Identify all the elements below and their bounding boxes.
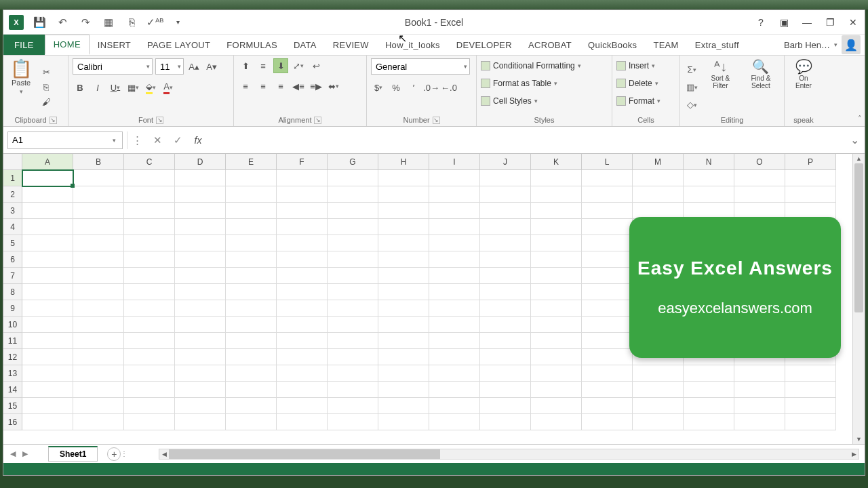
- cell[interactable]: [378, 268, 429, 284]
- cell[interactable]: [226, 251, 277, 268]
- fill-color-button[interactable]: ⬙▾: [143, 80, 158, 95]
- restore-button[interactable]: ❐: [818, 10, 842, 34]
- cell[interactable]: [429, 284, 480, 300]
- cell[interactable]: [175, 398, 226, 414]
- number-dialog-icon[interactable]: ↘: [433, 117, 440, 124]
- column-header[interactable]: C: [124, 154, 175, 170]
- cell[interactable]: [22, 398, 73, 414]
- column-header[interactable]: L: [582, 154, 633, 170]
- cell[interactable]: [378, 251, 429, 268]
- cell[interactable]: [582, 170, 633, 186]
- cell[interactable]: [226, 365, 277, 382]
- cell[interactable]: [124, 382, 175, 398]
- undo-button[interactable]: ↶: [54, 14, 71, 31]
- scroll-up-button[interactable]: ▲: [853, 154, 865, 163]
- cell[interactable]: [277, 349, 328, 365]
- select-all-corner[interactable]: [3, 154, 22, 170]
- cell[interactable]: [175, 170, 226, 186]
- column-header[interactable]: D: [175, 154, 226, 170]
- cell[interactable]: [22, 382, 73, 398]
- cell[interactable]: [124, 414, 175, 430]
- column-header[interactable]: I: [429, 154, 480, 170]
- cell[interactable]: [429, 235, 480, 251]
- cell[interactable]: [226, 398, 277, 414]
- expand-formula-bar-button[interactable]: ⌄: [850, 134, 865, 146]
- cell[interactable]: [582, 203, 633, 219]
- cell[interactable]: [328, 170, 378, 186]
- clipboard-dialog-icon[interactable]: ↘: [50, 117, 57, 124]
- cell[interactable]: [226, 268, 277, 284]
- print-preview-button[interactable]: ▦: [100, 14, 117, 31]
- cell[interactable]: [124, 349, 175, 365]
- cell[interactable]: [277, 414, 328, 430]
- row-header[interactable]: 11: [3, 333, 22, 349]
- cell[interactable]: [175, 268, 226, 284]
- cell[interactable]: [277, 203, 328, 219]
- cell[interactable]: [175, 203, 226, 219]
- cell[interactable]: [633, 398, 684, 414]
- row-header[interactable]: 12: [3, 349, 22, 365]
- font-family-select[interactable]: Calibri▾: [73, 58, 153, 75]
- cell[interactable]: [531, 414, 582, 430]
- cell[interactable]: [175, 284, 226, 300]
- cell[interactable]: [582, 349, 633, 365]
- cell[interactable]: [328, 268, 378, 284]
- cell[interactable]: [531, 186, 582, 203]
- cell[interactable]: [226, 219, 277, 235]
- decrease-indent-button[interactable]: ◀≡: [291, 79, 306, 94]
- cell[interactable]: [480, 382, 531, 398]
- cell[interactable]: [277, 186, 328, 203]
- cell[interactable]: [124, 333, 175, 349]
- row-header[interactable]: 5: [3, 235, 22, 251]
- font-size-select[interactable]: 11▾: [155, 58, 184, 75]
- row-header[interactable]: 6: [3, 251, 22, 268]
- cell[interactable]: [175, 349, 226, 365]
- italic-button[interactable]: I: [90, 80, 105, 95]
- cell[interactable]: [480, 235, 531, 251]
- row-header[interactable]: 15: [3, 398, 22, 414]
- cell[interactable]: [22, 186, 73, 203]
- column-header[interactable]: H: [378, 154, 429, 170]
- cell[interactable]: [175, 235, 226, 251]
- cell[interactable]: [124, 219, 175, 235]
- cell[interactable]: [785, 170, 836, 186]
- cell[interactable]: [22, 203, 73, 219]
- percent-button[interactable]: %: [389, 80, 403, 95]
- merge-center-button[interactable]: ⬌▾: [326, 79, 341, 94]
- autosum-button[interactable]: Σ▾: [684, 62, 699, 77]
- alignment-dialog-icon[interactable]: ↘: [314, 117, 321, 124]
- cell[interactable]: [124, 268, 175, 284]
- cell[interactable]: [328, 219, 378, 235]
- cell[interactable]: [328, 398, 378, 414]
- sheet-nav-next-button[interactable]: ▶: [22, 449, 28, 458]
- cell[interactable]: [73, 365, 124, 382]
- cell[interactable]: [429, 219, 480, 235]
- cell[interactable]: [22, 268, 73, 284]
- cell[interactable]: [226, 203, 277, 219]
- conditional-formatting-button[interactable]: Conditional Formatting▾: [481, 58, 581, 73]
- cell[interactable]: [277, 365, 328, 382]
- cell[interactable]: [73, 414, 124, 430]
- help-button[interactable]: ?: [749, 10, 772, 34]
- cell[interactable]: [480, 317, 531, 333]
- align-center-button[interactable]: ≡: [256, 79, 271, 94]
- cell[interactable]: [22, 235, 73, 251]
- sheet-nav-prev-button[interactable]: ◀: [10, 449, 16, 458]
- cell[interactable]: [277, 333, 328, 349]
- format-as-table-button[interactable]: Format as Table▾: [481, 76, 581, 91]
- insert-cells-button[interactable]: Insert▾: [616, 58, 660, 73]
- cell[interactable]: [480, 414, 531, 430]
- cell[interactable]: [531, 349, 582, 365]
- cell[interactable]: [734, 414, 785, 430]
- cell[interactable]: [226, 235, 277, 251]
- minimize-button[interactable]: —: [795, 10, 818, 34]
- cell[interactable]: [124, 300, 175, 317]
- cell[interactable]: [734, 382, 785, 398]
- cell[interactable]: [429, 333, 480, 349]
- cell[interactable]: [328, 382, 378, 398]
- cell[interactable]: [378, 284, 429, 300]
- align-right-button[interactable]: ≡: [273, 79, 288, 94]
- cell[interactable]: [480, 203, 531, 219]
- cell[interactable]: [582, 365, 633, 382]
- cell[interactable]: [73, 235, 124, 251]
